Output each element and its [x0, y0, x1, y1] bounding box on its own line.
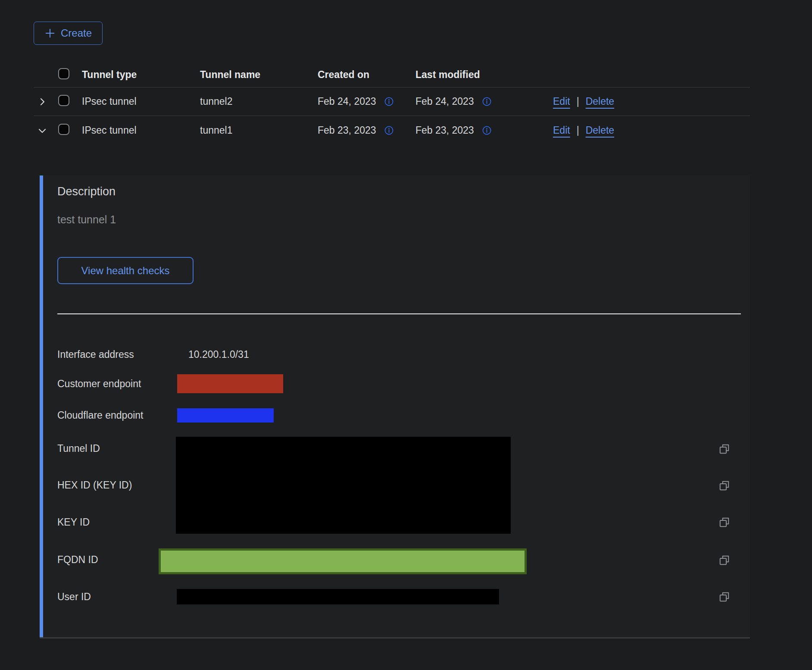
tunnel-name-cell: tunnel1 — [200, 125, 318, 136]
description-value: test tunnel 1 — [57, 213, 116, 226]
tunnels-page: Create Tunnel type Tunnel name Created o… — [0, 0, 812, 670]
last-modified-cell: Feb 23, 2023 — [415, 125, 474, 136]
last-modified-cell: Feb 24, 2023 — [415, 96, 474, 107]
collapse-chevron-down-icon[interactable] — [37, 125, 54, 136]
view-health-checks-button[interactable]: View health checks — [57, 257, 194, 284]
fqdn-id-label: FQDN ID — [57, 554, 98, 566]
tunnels-table: Tunnel type Tunnel name Created on Last … — [34, 63, 750, 145]
section-divider — [57, 313, 741, 314]
row-checkbox[interactable] — [58, 124, 69, 135]
table-row-tunnel2: IPsec tunnel tunnel2 Feb 24, 2023 Feb 24… — [34, 88, 750, 116]
delete-link[interactable]: Delete — [586, 125, 614, 136]
table-header-row: Tunnel type Tunnel name Created on Last … — [34, 63, 750, 88]
copy-hex-id-button[interactable] — [718, 479, 732, 492]
interface-address-value: 10.200.1.0/31 — [188, 349, 249, 360]
info-icon[interactable] — [384, 97, 394, 106]
delete-link[interactable]: Delete — [586, 96, 614, 107]
header-created-on: Created on — [318, 69, 415, 81]
cloudflare-endpoint-label: Cloudflare endpoint — [57, 410, 143, 421]
user-id-label: User ID — [57, 591, 91, 603]
description-heading: Description — [57, 185, 116, 198]
edit-link[interactable]: Edit — [553, 125, 570, 136]
hex-id-label: HEX ID (KEY ID) — [57, 479, 132, 491]
actions-separator: | — [577, 125, 579, 136]
plus-icon — [44, 28, 56, 39]
tunnel-type-cell: IPsec tunnel — [82, 96, 200, 107]
user-id-redaction — [177, 589, 499, 604]
customer-endpoint-label: Customer endpoint — [57, 378, 141, 390]
created-on-cell: Feb 23, 2023 — [318, 125, 376, 136]
copy-key-id-button[interactable] — [718, 515, 732, 529]
info-icon[interactable] — [384, 125, 394, 135]
customer-endpoint-redaction — [177, 374, 283, 393]
interface-address-label: Interface address — [57, 349, 134, 360]
header-tunnel-type: Tunnel type — [82, 69, 200, 81]
cloudflare-endpoint-redaction — [177, 408, 274, 423]
create-button-label: Create — [61, 27, 92, 39]
fqdn-id-redaction — [159, 548, 527, 574]
info-icon[interactable] — [482, 125, 492, 135]
tunnel-name-cell: tunnel2 — [200, 96, 318, 107]
table-row-tunnel1: IPsec tunnel tunnel1 Feb 23, 2023 Feb 23… — [34, 116, 750, 145]
tunnel-type-cell: IPsec tunnel — [82, 125, 200, 136]
actions-separator: | — [577, 96, 579, 107]
expand-chevron-right-icon[interactable] — [37, 97, 54, 107]
tunnel-id-label: Tunnel ID — [57, 443, 100, 454]
ids-redaction — [176, 437, 511, 534]
row-checkbox[interactable] — [58, 95, 69, 106]
edit-link[interactable]: Edit — [553, 96, 570, 107]
create-button[interactable]: Create — [34, 22, 103, 45]
info-icon[interactable] — [482, 97, 492, 106]
expanded-accent-bar — [40, 175, 43, 637]
copy-user-id-button[interactable] — [718, 590, 732, 604]
copy-tunnel-id-button[interactable] — [718, 442, 732, 456]
created-on-cell: Feb 24, 2023 — [318, 96, 376, 107]
tunnel-detail-panel: Description test tunnel 1 View health ch… — [40, 175, 750, 639]
select-all-checkbox[interactable] — [58, 68, 69, 79]
header-last-modified: Last modified — [415, 69, 553, 81]
copy-fqdn-id-button[interactable] — [718, 553, 732, 567]
key-id-label: KEY ID — [57, 517, 90, 528]
header-tunnel-name: Tunnel name — [200, 69, 318, 81]
